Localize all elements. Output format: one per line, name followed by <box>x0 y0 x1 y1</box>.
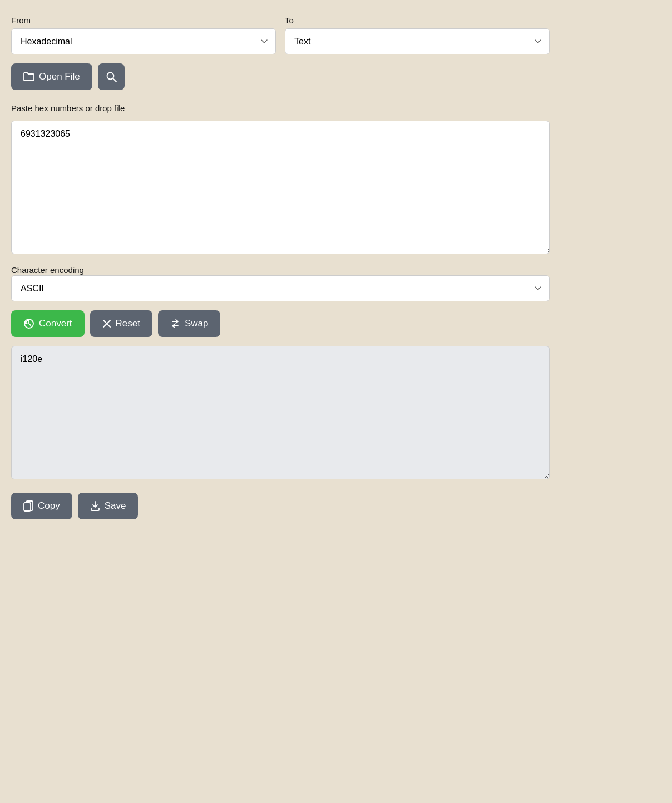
reset-label: Reset <box>116 318 140 329</box>
encoding-label: Character encoding <box>11 265 84 275</box>
from-label: From <box>11 16 276 25</box>
save-icon <box>90 500 100 512</box>
search-button[interactable] <box>98 63 125 90</box>
copy-icon <box>23 500 33 512</box>
convert-label: Convert <box>39 318 72 329</box>
save-button[interactable]: Save <box>78 493 139 519</box>
to-label: To <box>285 16 550 25</box>
svg-rect-4 <box>24 503 31 511</box>
input-label: Paste hex numbers or drop file <box>11 103 550 113</box>
reset-button[interactable]: Reset <box>90 310 152 337</box>
copy-button[interactable]: Copy <box>11 493 72 519</box>
from-select[interactable]: Hexadecimal Binary Decimal Octal Base64 … <box>11 28 276 54</box>
output-textarea: i120e <box>11 346 550 479</box>
convert-button[interactable]: Convert <box>11 310 85 337</box>
svg-line-1 <box>113 78 116 82</box>
reset-icon <box>102 319 111 328</box>
input-textarea[interactable]: 6931323065 <box>11 121 550 254</box>
save-label: Save <box>105 500 126 512</box>
search-icon <box>106 71 117 82</box>
folder-icon <box>23 72 34 82</box>
convert-icon <box>23 318 34 329</box>
open-file-label: Open File <box>39 71 80 82</box>
copy-label: Copy <box>38 500 60 512</box>
open-file-button[interactable]: Open File <box>11 63 92 90</box>
swap-label: Swap <box>185 318 209 329</box>
swap-icon <box>170 319 180 329</box>
swap-button[interactable]: Swap <box>158 310 221 337</box>
encoding-select[interactable]: ASCII UTF-8 UTF-16 ISO-8859-1 <box>11 275 550 301</box>
to-select[interactable]: Text Binary Decimal Octal Base64 Hexadec… <box>285 28 550 54</box>
